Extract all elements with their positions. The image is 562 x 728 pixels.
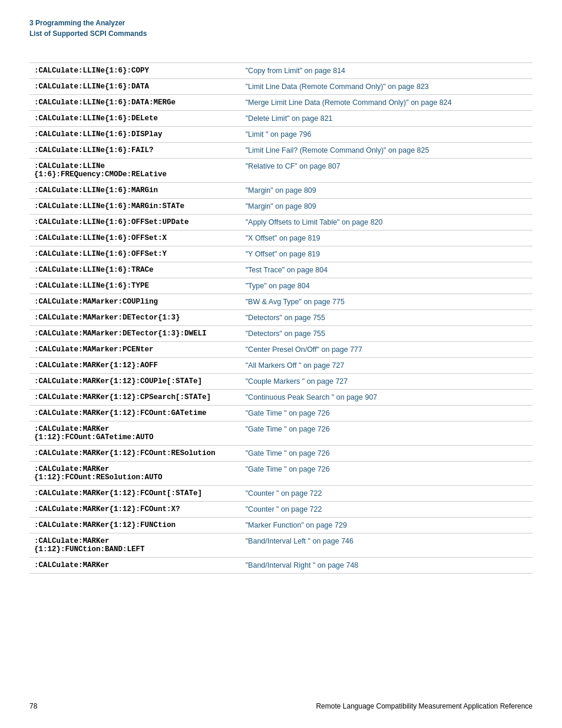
ref-cell: "Gate Time " on page 726 [241, 446, 533, 462]
table-row: :CALCulate:MARKer{1:12}:FCOunt[:STATe]"C… [29, 486, 533, 502]
table-row: :CALCulate:MARKer"Band/Interval Right " … [29, 558, 533, 574]
ref-cell: "Center Presel On/Off" on page 777 [241, 342, 533, 358]
ref-cell: "Relative to CF" on page 807 [241, 159, 533, 183]
table-row: :CALCulate:MARKer{1:12}:FCOunt:X?"Counte… [29, 502, 533, 518]
cmd-cell: :CALCulate:MAMarker:PCENter [29, 342, 241, 358]
table-row: :CALCulate:LLINe{1:6}:OFFSet:X"X Offset"… [29, 230, 533, 246]
cmd-cell: :CALCulate:MARKer {1:12}:FCOunt:GATetime… [29, 421, 241, 446]
table-row: :CALCulate:MARKer {1:12}:FUNCtion:BAND:L… [29, 533, 533, 558]
cmd-cell: :CALCulate:LLINe {1:6}:FREQuency:CMODe:R… [29, 159, 241, 183]
cmd-cell: :CALCulate:MARKer{1:12}:AOFF [29, 358, 241, 374]
cmd-cell: :CALCulate:MARKer{1:12}:FCOunt:GATetime [29, 406, 241, 421]
table-row: :CALCulate:LLINe{1:6}:TYPE"Type" on page… [29, 278, 533, 294]
cmd-cell: :CALCulate:MARKer {1:12}:FCOunt:RESoluti… [29, 462, 241, 486]
ref-cell: "Y Offset" on page 819 [241, 246, 533, 262]
ref-cell: "Counter " on page 722 [241, 486, 533, 502]
page-footer: 78 Remote Language Compatibility Measure… [29, 702, 533, 710]
page-container: 3 Programming the Analyzer List of Suppo… [0, 0, 562, 609]
breadcrumb-line2: List of Supported SCPI Commands [29, 28, 533, 39]
ref-cell: "BW & Avg Type" on page 775 [241, 294, 533, 310]
table-row: :CALCulate:LLINe{1:6}:DELete"Delete Limi… [29, 111, 533, 127]
ref-cell: "Margin" on page 809 [241, 199, 533, 215]
table-row: :CALCulate:MARKer{1:12}:AOFF"All Markers… [29, 358, 533, 374]
table-row: :CALCulate:MARKer{1:12}:FCOunt:RESolutio… [29, 446, 533, 462]
table-row: :CALCulate:LLINe {1:6}:FREQuency:CMODe:R… [29, 159, 533, 183]
cmd-cell: :CALCulate:LLINe{1:6}:COPY [29, 63, 241, 79]
ref-cell: "Gate Time " on page 726 [241, 421, 533, 446]
scpi-table: :CALCulate:LLINe{1:6}:COPY"Copy from Lim… [29, 62, 533, 574]
cmd-cell: :CALCulate:LLINe{1:6}:DATA:MERGe [29, 95, 241, 111]
cmd-cell: :CALCulate:LLINe{1:6}:OFFSet:UPDate [29, 215, 241, 230]
ref-cell: "Counter " on page 722 [241, 502, 533, 518]
cmd-cell: :CALCulate:MAMarker:DETector{1:3}:DWELI [29, 326, 241, 342]
cmd-cell: :CALCulate:LLINe{1:6}:TRACe [29, 262, 241, 278]
ref-cell: "Limit " on page 796 [241, 127, 533, 143]
table-row: :CALCulate:LLINe{1:6}:FAIL?"Limit Line F… [29, 143, 533, 159]
cmd-cell: :CALCulate:MARKer [29, 558, 241, 574]
table-row: :CALCulate:MARKer {1:12}:FCOunt:GATetime… [29, 421, 533, 446]
cmd-cell: :CALCulate:LLINe{1:6}:OFFSet:Y [29, 246, 241, 262]
ref-cell: "Apply Offsets to Limit Table" on page 8… [241, 215, 533, 230]
cmd-cell: :CALCulate:MARKer{1:12}:FUNCtion [29, 518, 241, 533]
cmd-cell: :CALCulate:LLINe{1:6}:MARGin:STATe [29, 199, 241, 215]
ref-cell: "Gate Time " on page 726 [241, 406, 533, 421]
cmd-cell: :CALCulate:LLINe{1:6}:MARGin [29, 183, 241, 199]
breadcrumb-line1: 3 Programming the Analyzer [29, 18, 533, 28]
table-row: :CALCulate:MAMarker:COUPling"BW & Avg Ty… [29, 294, 533, 310]
table-row: :CALCulate:MARKer{1:12}:FCOunt:GATetime"… [29, 406, 533, 421]
ref-cell: "Merge Limit Line Data (Remote Command O… [241, 95, 533, 111]
cmd-cell: :CALCulate:LLINe{1:6}:DATA [29, 79, 241, 95]
table-row: :CALCulate:MAMarker:PCENter"Center Prese… [29, 342, 533, 358]
footer-page-number: 78 [29, 702, 37, 710]
breadcrumb: 3 Programming the Analyzer List of Suppo… [29, 18, 533, 39]
ref-cell: "Gate Time " on page 726 [241, 462, 533, 486]
ref-cell: "All Markers Off " on page 727 [241, 358, 533, 374]
cmd-cell: :CALCulate:MAMarker:DETector{1:3} [29, 310, 241, 326]
ref-cell: "Detectors" on page 755 [241, 310, 533, 326]
table-row: :CALCulate:MARKer{1:12}:CPSearch[:STATe]… [29, 390, 533, 406]
ref-cell: "Marker Function" on page 729 [241, 518, 533, 533]
table-row: :CALCulate:MARKer {1:12}:FCOunt:RESoluti… [29, 462, 533, 486]
ref-cell: "Continuous Peak Search " on page 907 [241, 390, 533, 406]
cmd-cell: :CALCulate:MARKer {1:12}:FUNCtion:BAND:L… [29, 533, 241, 558]
ref-cell: "X Offset" on page 819 [241, 230, 533, 246]
cmd-cell: :CALCulate:LLINe{1:6}:OFFSet:X [29, 230, 241, 246]
ref-cell: "Couple Markers " on page 727 [241, 374, 533, 390]
ref-cell: "Delete Limit" on page 821 [241, 111, 533, 127]
table-row: :CALCulate:LLINe{1:6}:OFFSet:UPDate"Appl… [29, 215, 533, 230]
ref-cell: "Limit Line Data (Remote Command Only)" … [241, 79, 533, 95]
cmd-cell: :CALCulate:MAMarker:COUPling [29, 294, 241, 310]
table-row: :CALCulate:LLINe{1:6}:DISPlay"Limit " on… [29, 127, 533, 143]
ref-cell: "Type" on page 804 [241, 278, 533, 294]
table-row: :CALCulate:LLINe{1:6}:COPY"Copy from Lim… [29, 63, 533, 79]
cmd-cell: :CALCulate:MARKer{1:12}:CPSearch[:STATe] [29, 390, 241, 406]
ref-cell: "Limit Line Fail? (Remote Command Only)"… [241, 143, 533, 159]
table-row: :CALCulate:LLINe{1:6}:DATA"Limit Line Da… [29, 79, 533, 95]
table-row: :CALCulate:LLINe{1:6}:MARGin"Margin" on … [29, 183, 533, 199]
cmd-cell: :CALCulate:MARKer{1:12}:FCOunt:RESolutio… [29, 446, 241, 462]
cmd-cell: :CALCulate:LLINe{1:6}:DISPlay [29, 127, 241, 143]
ref-cell: "Margin" on page 809 [241, 183, 533, 199]
table-row: :CALCulate:LLINe{1:6}:OFFSet:Y"Y Offset"… [29, 246, 533, 262]
table-row: :CALCulate:MAMarker:DETector{1:3}:DWELI"… [29, 326, 533, 342]
cmd-cell: :CALCulate:LLINe{1:6}:TYPE [29, 278, 241, 294]
cmd-cell: :CALCulate:MARKer{1:12}:COUPle[:STATe] [29, 374, 241, 390]
table-row: :CALCulate:MARKer{1:12}:FUNCtion"Marker … [29, 518, 533, 533]
ref-cell: "Detectors" on page 755 [241, 326, 533, 342]
table-row: :CALCulate:MARKer{1:12}:COUPle[:STATe]"C… [29, 374, 533, 390]
cmd-cell: :CALCulate:MARKer{1:12}:FCOunt:X? [29, 502, 241, 518]
footer-title: Remote Language Compatibility Measuremen… [316, 702, 533, 710]
table-row: :CALCulate:LLINe{1:6}:TRACe"Test Trace" … [29, 262, 533, 278]
cmd-cell: :CALCulate:MARKer{1:12}:FCOunt[:STATe] [29, 486, 241, 502]
ref-cell: "Band/Interval Left " on page 746 [241, 533, 533, 558]
table-row: :CALCulate:LLINe{1:6}:DATA:MERGe"Merge L… [29, 95, 533, 111]
table-row: :CALCulate:LLINe{1:6}:MARGin:STATe"Margi… [29, 199, 533, 215]
cmd-cell: :CALCulate:LLINe{1:6}:FAIL? [29, 143, 241, 159]
ref-cell: "Test Trace" on page 804 [241, 262, 533, 278]
ref-cell: "Copy from Limit" on page 814 [241, 63, 533, 79]
table-row: :CALCulate:MAMarker:DETector{1:3}"Detect… [29, 310, 533, 326]
ref-cell: "Band/Interval Right " on page 748 [241, 558, 533, 574]
cmd-cell: :CALCulate:LLINe{1:6}:DELete [29, 111, 241, 127]
